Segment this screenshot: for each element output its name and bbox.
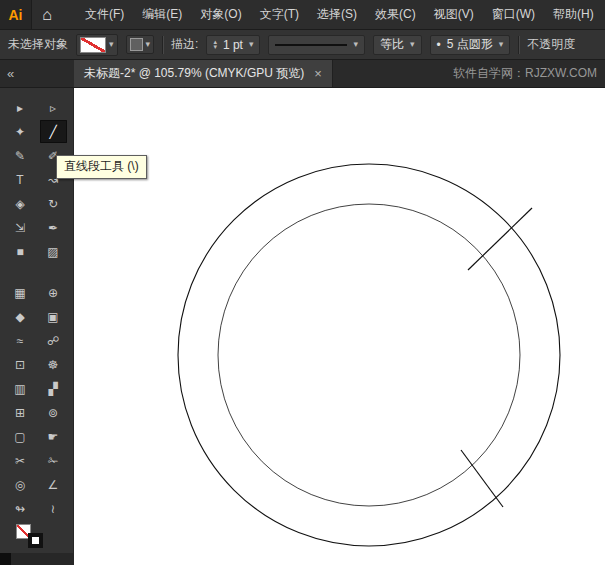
tool-column-graph[interactable]: ▥ [7, 377, 34, 400]
menu-item-help[interactable]: 帮助(H) [544, 0, 603, 29]
collapse-panels-button[interactable]: « [0, 60, 74, 87]
tool-artboard[interactable]: ▢ [7, 425, 34, 448]
reshape-icon: ↬ [15, 502, 25, 516]
symbol-sprayer-icon: ☸ [48, 358, 59, 372]
tool-type[interactable]: T [7, 168, 34, 191]
tool-live-paint[interactable]: ▣ [40, 305, 67, 328]
smooth-icon: ≀ [51, 502, 56, 516]
stroke-swatch[interactable] [28, 533, 43, 548]
stroke-color-dropdown[interactable]: ▾ [76, 34, 118, 56]
tool-width[interactable]: ≈ [7, 329, 34, 352]
tool-hand[interactable]: ☛ [40, 425, 67, 448]
gradient-icon: ▨ [47, 245, 58, 259]
stepper-icon[interactable]: ▴ ▾ [213, 40, 217, 48]
tab-bar-right-text: 软件自学网：RJZXW.COM [453, 60, 605, 87]
menu-bar: Ai ⌂ 文件(F)编辑(E)对象(O)文字(T)选择(S)效果(C)视图(V)… [0, 0, 605, 30]
tool-rotate[interactable]: ↻ [40, 192, 67, 215]
tool-mesh[interactable]: ▦ [7, 281, 34, 304]
tool-polar-grid[interactable]: ⊕ [40, 281, 67, 304]
scale-icon: ⇲ [15, 221, 25, 235]
line-segment-icon: ╱ [49, 125, 56, 139]
tool-puppet-warp[interactable]: ☍ [40, 329, 67, 352]
live-paint-icon: ▣ [47, 310, 58, 324]
tool-magic-wand[interactable]: ✦ [7, 120, 34, 143]
eyedropper-icon: ✒ [48, 221, 58, 235]
home-icon[interactable]: ⌂ [32, 0, 62, 29]
tool-selection[interactable]: ▸ [7, 96, 34, 119]
artwork-line[interactable] [461, 450, 503, 507]
footer-tab[interactable] [0, 553, 11, 565]
tool-scale[interactable]: ⇲ [7, 216, 34, 239]
tool-perspective-grid[interactable]: ⊞ [7, 401, 34, 424]
width-profile-value: 等比 [380, 36, 404, 53]
stroke-style-dropdown[interactable]: ▾ [268, 35, 365, 55]
polar-grid-icon: ⊕ [48, 286, 58, 300]
width-icon: ≈ [17, 334, 24, 348]
document-tab[interactable]: 未标题-2* @ 105.79% (CMYK/GPU 预览) × [74, 60, 333, 87]
stroke-weight-combo[interactable]: ▴ ▾ 1 pt ▾ [206, 35, 260, 55]
menu-item-select[interactable]: 选择(S) [308, 0, 366, 29]
tool-reshape[interactable]: ↬ [7, 497, 34, 520]
puppet-warp-icon: ☍ [47, 334, 59, 348]
tool-rectangle[interactable]: ■ [7, 240, 34, 263]
slice-icon: ▞ [48, 382, 57, 396]
rotate-icon: ↻ [48, 197, 58, 211]
tool-slice[interactable]: ▞ [40, 377, 67, 400]
artwork-circle[interactable] [178, 164, 560, 546]
tool-symbol-sprayer[interactable]: ☸ [40, 353, 67, 376]
tool-shear[interactable]: ∠ [40, 473, 67, 496]
menu-item-type[interactable]: 文字(T) [251, 0, 308, 29]
canvas[interactable] [74, 88, 605, 565]
chevron-down-icon: ▾ [499, 40, 504, 49]
column-graph-icon: ▥ [14, 382, 25, 396]
brush-definition-value: 5 点圆形 [447, 36, 493, 53]
artboard-icon: ▢ [14, 430, 25, 444]
document-tab-title: 未标题-2* @ 105.79% (CMYK/GPU 预览) [84, 65, 304, 82]
close-tab-icon[interactable]: × [314, 66, 322, 81]
stepper-down-icon[interactable]: ▾ [213, 45, 217, 49]
menu-item-effect[interactable]: 效果(C) [366, 0, 425, 29]
tool-free-transform[interactable]: ⊡ [7, 353, 34, 376]
chevron-down-icon: ▾ [146, 40, 151, 49]
tool-zoom[interactable]: ◎ [7, 473, 34, 496]
tool-blend[interactable]: ⊚ [40, 401, 67, 424]
hand-icon: ☛ [48, 430, 59, 444]
brush-definition-dropdown[interactable]: • 5 点圆形 ▾ [430, 35, 511, 55]
tool-shape-builder[interactable]: ◆ [7, 305, 34, 328]
menu-item-view[interactable]: 视图(V) [425, 0, 483, 29]
tool-gradient[interactable]: ▨ [40, 240, 67, 263]
control-bar: 未选择对象 ▾ ▾ 描边: ▴ ▾ 1 pt ▾ ▾ 等比 ▾ [0, 30, 605, 60]
stroke-weight-value[interactable]: 1 pt [223, 38, 243, 52]
tool-smooth[interactable]: ≀ [40, 497, 67, 520]
menu-item-edit[interactable]: 编辑(E) [133, 0, 191, 29]
tool-scissors[interactable]: ✂ [7, 449, 34, 472]
swatch-icon [130, 38, 143, 51]
stroke-label: 描边: [171, 36, 198, 53]
menu-item-window[interactable]: 窗口(W) [483, 0, 544, 29]
menu-item-object[interactable]: 对象(O) [191, 0, 250, 29]
shear-icon: ∠ [48, 478, 59, 492]
tool-eraser[interactable]: ◈ [7, 192, 34, 215]
artwork-circle[interactable] [218, 204, 520, 506]
fill-stroke-indicator[interactable] [0, 520, 73, 553]
tool-paintbrush[interactable]: ✎ [7, 144, 34, 167]
scissors-icon: ✂ [15, 454, 25, 468]
width-profile-dropdown[interactable]: 等比 ▾ [373, 35, 422, 55]
panel-footer [0, 553, 73, 565]
type-icon: T [16, 173, 23, 187]
tool-direct-selection[interactable]: ▹ [40, 96, 67, 119]
fill-style-dropdown[interactable]: ▾ [126, 35, 155, 54]
tool-line-segment[interactable]: ╱ [40, 120, 67, 143]
menu-item-file[interactable]: 文件(F) [76, 0, 133, 29]
artwork-canvas[interactable] [74, 88, 605, 565]
artwork-line[interactable] [468, 208, 532, 270]
tool-eyedropper[interactable]: ✒ [40, 216, 67, 239]
tools-grid: ▸▹✦╱✎✐T↝◈↻⇲✒■▨▦⊕◆▣≈☍⊡☸▥▞⊞⊚▢☛✂✁◎∠↬≀ [0, 88, 73, 520]
menu-items: 文件(F)编辑(E)对象(O)文字(T)选择(S)效果(C)视图(V)窗口(W)… [76, 0, 603, 29]
chevron-down-icon: ▾ [249, 40, 254, 49]
tool-knife[interactable]: ✁ [40, 449, 67, 472]
app-logo[interactable]: Ai [0, 0, 32, 29]
perspective-grid-icon: ⊞ [15, 406, 25, 420]
eraser-icon: ◈ [15, 197, 24, 211]
paintbrush-icon: ✎ [15, 149, 25, 163]
